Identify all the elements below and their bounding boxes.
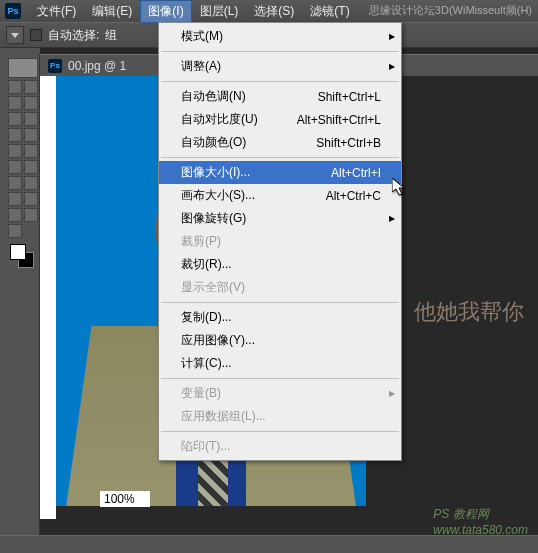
menu-variables: 变量(B) bbox=[159, 382, 401, 405]
menu-image[interactable]: 图像(I) bbox=[140, 0, 191, 23]
menu-trim[interactable]: 裁切(R)... bbox=[159, 253, 401, 276]
marquee-tool[interactable] bbox=[8, 80, 22, 94]
menu-auto-contrast[interactable]: 自动对比度(U)Alt+Shift+Ctrl+L bbox=[159, 108, 401, 131]
menu-reveal-all: 显示全部(V) bbox=[159, 276, 401, 299]
pen-tool[interactable] bbox=[24, 176, 38, 190]
watermark-text: 思缘设计论坛3D(WiMisseult频(H) bbox=[369, 3, 532, 18]
image-menu-dropdown: 模式(M) 调整(A) 自动色调(N)Shift+Ctrl+L 自动对比度(U)… bbox=[158, 22, 402, 461]
menu-image-rotation[interactable]: 图像旋转(G) bbox=[159, 207, 401, 230]
move-tool[interactable] bbox=[8, 58, 38, 78]
titlebar: Ps 文件(F) 编辑(E) 图像(I) 图层(L) 选择(S) 滤镜(T) 思… bbox=[0, 0, 538, 22]
separator bbox=[161, 431, 399, 432]
path-tool[interactable] bbox=[24, 192, 38, 206]
menu-layer[interactable]: 图层(L) bbox=[192, 0, 247, 23]
gradient-tool[interactable] bbox=[8, 160, 22, 174]
menu-file[interactable]: 文件(F) bbox=[29, 0, 84, 23]
menu-duplicate[interactable]: 复制(D)... bbox=[159, 306, 401, 329]
menu-apply-image[interactable]: 应用图像(Y)... bbox=[159, 329, 401, 352]
color-swatch[interactable] bbox=[8, 244, 37, 270]
brush-tool[interactable] bbox=[8, 128, 22, 142]
menu-edit[interactable]: 编辑(E) bbox=[84, 0, 140, 23]
menu-apply-dataset: 应用数据组(L)... bbox=[159, 405, 401, 428]
eyedropper-tool[interactable] bbox=[8, 112, 22, 126]
toolbox bbox=[6, 54, 40, 535]
history-brush-tool[interactable] bbox=[8, 144, 22, 158]
zoom-level[interactable]: 100% bbox=[100, 491, 150, 507]
group-label: 组 bbox=[105, 27, 117, 44]
app-icon: Ps bbox=[5, 3, 21, 19]
foreground-color[interactable] bbox=[10, 244, 26, 260]
menu-image-size[interactable]: 图像大小(I)...Alt+Ctrl+I bbox=[159, 161, 401, 184]
ruler-vertical bbox=[40, 76, 56, 519]
shape-tool[interactable] bbox=[8, 208, 22, 222]
menu-auto-color[interactable]: 自动颜色(O)Shift+Ctrl+B bbox=[159, 131, 401, 154]
zoom-tool[interactable] bbox=[8, 224, 22, 238]
crop-tool[interactable] bbox=[24, 96, 38, 110]
doc-type-icon: Ps bbox=[48, 59, 62, 73]
blur-tool[interactable] bbox=[24, 160, 38, 174]
type-tool[interactable] bbox=[8, 192, 22, 206]
wand-tool[interactable] bbox=[8, 96, 22, 110]
separator bbox=[161, 51, 399, 52]
app-window: Ps 文件(F) 编辑(E) 图像(I) 图层(L) 选择(S) 滤镜(T) 思… bbox=[0, 0, 538, 553]
hand-tool[interactable] bbox=[24, 208, 38, 222]
menu-mode[interactable]: 模式(M) bbox=[159, 25, 401, 48]
separator bbox=[161, 81, 399, 82]
auto-select-checkbox[interactable] bbox=[30, 29, 42, 41]
menu-calculations[interactable]: 计算(C)... bbox=[159, 352, 401, 375]
watermark-footer: PS 教程网 www.tata580.com bbox=[433, 506, 528, 537]
menu-adjustments[interactable]: 调整(A) bbox=[159, 55, 401, 78]
separator bbox=[161, 302, 399, 303]
eraser-tool[interactable] bbox=[24, 144, 38, 158]
menu-canvas-size[interactable]: 画布大小(S)...Alt+Ctrl+C bbox=[159, 184, 401, 207]
heal-tool[interactable] bbox=[24, 112, 38, 126]
menu-filter[interactable]: 滤镜(T) bbox=[302, 0, 357, 23]
dodge-tool[interactable] bbox=[8, 176, 22, 190]
watermark-calligraphy: 他她我帮你 bbox=[414, 300, 524, 324]
menu-trap: 陷印(T)... bbox=[159, 435, 401, 458]
statusbar bbox=[0, 535, 538, 553]
stamp-tool[interactable] bbox=[24, 128, 38, 142]
menu-select[interactable]: 选择(S) bbox=[246, 0, 302, 23]
auto-select-label: 自动选择: bbox=[48, 27, 99, 44]
menubar: 文件(F) 编辑(E) 图像(I) 图层(L) 选择(S) 滤镜(T) bbox=[29, 0, 358, 23]
separator bbox=[161, 378, 399, 379]
menu-crop: 裁剪(P) bbox=[159, 230, 401, 253]
menu-auto-tone[interactable]: 自动色调(N)Shift+Ctrl+L bbox=[159, 85, 401, 108]
tool-preset-dropdown[interactable] bbox=[6, 26, 24, 44]
separator bbox=[161, 157, 399, 158]
lasso-tool[interactable] bbox=[24, 80, 38, 94]
document-title: 00.jpg @ 1 bbox=[68, 59, 126, 73]
